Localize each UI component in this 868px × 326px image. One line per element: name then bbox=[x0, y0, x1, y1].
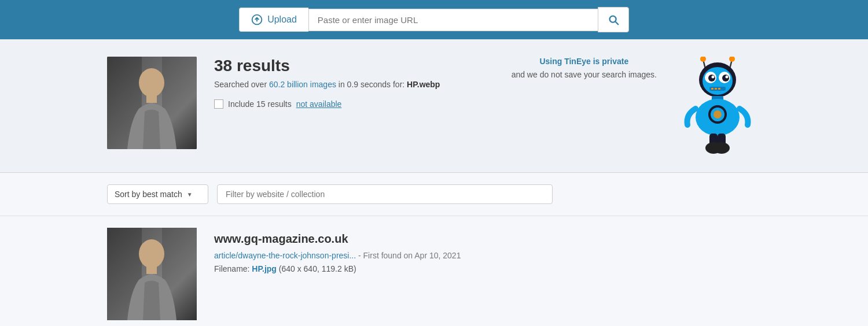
sort-dropdown[interactable]: Sort by best match ▼ bbox=[107, 184, 208, 204]
result-image-svg bbox=[107, 228, 197, 320]
searched-text: Searched over 60.2 billion images in 0.9… bbox=[214, 80, 494, 89]
svg-rect-20 bbox=[711, 88, 713, 90]
chevron-down-icon: ▼ bbox=[187, 191, 193, 198]
results-count: 38 results bbox=[214, 57, 494, 75]
results-info: 38 results Searched over 60.2 billion im… bbox=[214, 57, 494, 109]
svg-point-5 bbox=[139, 68, 164, 97]
search-button[interactable] bbox=[598, 7, 629, 32]
privacy-text: and we do not save your search images. bbox=[512, 69, 657, 81]
result-info: www.gq-magazine.co.uk article/dwayne-the… bbox=[214, 228, 461, 273]
upload-icon bbox=[251, 14, 263, 25]
not-available-link[interactable]: not available bbox=[296, 99, 342, 109]
svg-point-35 bbox=[139, 239, 164, 268]
svg-point-15 bbox=[708, 75, 715, 82]
search-icon bbox=[607, 13, 620, 26]
result-url-link[interactable]: article/dwayne-the-rock-johnson-presi... bbox=[214, 251, 356, 260]
svg-point-16 bbox=[722, 75, 729, 82]
filename-prefix: Filename: bbox=[214, 264, 252, 273]
svg-point-27 bbox=[713, 110, 722, 118]
upload-label: Upload bbox=[267, 14, 297, 25]
svg-rect-6 bbox=[146, 94, 157, 103]
result-found-text: - First found on Apr 10, 2021 bbox=[356, 251, 461, 260]
filename-detail: (640 x 640, 119.2 kB) bbox=[277, 264, 356, 273]
results-list: www.gq-magazine.co.uk article/dwayne-the… bbox=[0, 216, 868, 326]
result-url-row: article/dwayne-the-rock-johnson-presi...… bbox=[214, 250, 461, 261]
query-image-svg bbox=[107, 57, 197, 149]
header: Upload bbox=[0, 0, 868, 39]
filter-input[interactable] bbox=[217, 184, 553, 204]
query-image bbox=[107, 57, 197, 149]
svg-point-31 bbox=[713, 142, 730, 154]
robot-mascot bbox=[674, 57, 761, 155]
filename-link[interactable]: HP.jpg bbox=[252, 264, 277, 273]
table-row: www.gq-magazine.co.uk article/dwayne-the… bbox=[107, 228, 761, 320]
svg-point-17 bbox=[712, 76, 715, 79]
svg-rect-21 bbox=[715, 88, 717, 90]
searched-suffix: in 0.9 seconds for: bbox=[336, 80, 407, 89]
result-filename: Filename: HP.jpg (640 x 640, 119.2 kB) bbox=[214, 264, 461, 273]
result-domain: www.gq-magazine.co.uk bbox=[214, 232, 461, 246]
svg-point-18 bbox=[726, 76, 729, 79]
filter-section: Sort by best match ▼ bbox=[0, 173, 868, 216]
privacy-box: Using TinEye is private and we do not sa… bbox=[512, 57, 657, 81]
svg-point-8 bbox=[700, 57, 706, 62]
url-input[interactable] bbox=[308, 9, 598, 31]
svg-rect-22 bbox=[718, 88, 720, 90]
include-checkbox[interactable] bbox=[214, 99, 223, 109]
searched-filename: HP.webp bbox=[407, 80, 440, 89]
sort-label: Sort by best match bbox=[115, 190, 182, 199]
results-section: 38 results Searched over 60.2 billion im… bbox=[0, 39, 868, 173]
privacy-link[interactable]: Using TinEye is private bbox=[539, 57, 628, 66]
images-count-link[interactable]: 60.2 billion images bbox=[269, 80, 336, 89]
upload-button[interactable]: Upload bbox=[239, 8, 308, 32]
include-row: Include 15 results not available bbox=[214, 99, 494, 109]
result-image bbox=[107, 228, 197, 320]
include-label: Include 15 results bbox=[228, 99, 292, 109]
robot-svg bbox=[677, 57, 758, 155]
searched-prefix: Searched over bbox=[214, 80, 269, 89]
svg-point-10 bbox=[729, 57, 735, 62]
svg-rect-36 bbox=[146, 265, 157, 274]
